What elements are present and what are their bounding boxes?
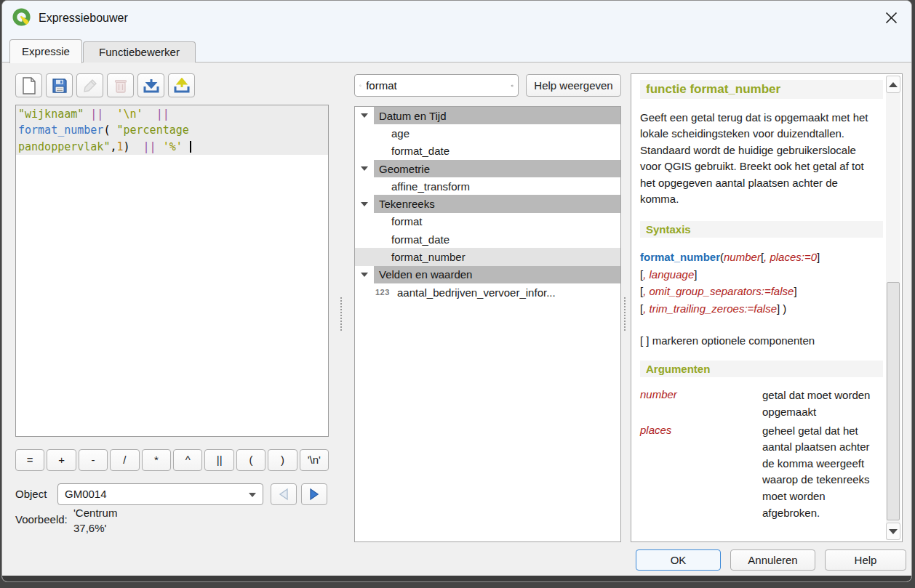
export-expressions-button[interactable] [168,73,195,97]
next-feature-button[interactable] [301,483,327,505]
object-combobox[interactable]: GM0014 [57,483,263,505]
triangle-up-icon [889,82,898,87]
syntax-line: [, language] [640,266,883,283]
help-content: functie format_number Geeft een getal te… [631,74,884,541]
syntax-token-plain: ] [694,268,697,281]
tab-bar: Expressie Functiebewerker [2,35,911,63]
syntax-block: format_number(number[, places:=0][, lang… [640,249,883,317]
delete-expression-button [107,73,134,97]
help-title: functie format_number [640,80,883,99]
function-item-row[interactable]: age [355,124,620,142]
code-token-plain: ) [124,140,143,153]
syntax-token-fn: format_number [640,251,720,263]
code-line: format_number( "percentage [18,122,328,138]
show-help-button[interactable]: Help weergeven [526,74,621,97]
field-item-row[interactable]: 123aantal_bedrijven_vervoer_infor... [355,283,620,301]
syntax-token-param: , omit_group_separators:=false [643,285,794,297]
preview-label: Voorbeeld: [15,513,68,525]
code-line: "wijknaam" || '\n' || [18,106,328,122]
function-item-label: format_date [355,145,449,157]
code-token-plain [143,108,156,121]
import-icon [143,78,160,94]
scrollbar-thumb[interactable] [887,282,900,520]
clear-icon[interactable] [511,80,514,92]
annuleren-button[interactable]: Annuleren [730,549,815,571]
function-item-row[interactable]: format [355,213,620,230]
function-group-row[interactable]: Tekenreeks [355,195,620,212]
function-group-row[interactable]: Velden en waarden [355,266,620,283]
code-line: pandoppervlak",1) || '%' [18,139,328,155]
function-item-label: age [355,127,409,140]
function-group-row[interactable]: Geometrie [355,160,620,177]
import-expressions-button[interactable] [137,73,164,97]
text-cursor [190,141,191,153]
dialog-body: "wijknaam" || '\n' ||format_number( "per… [2,63,911,581]
collapse-arrow-icon[interactable] [355,113,374,118]
function-item-row[interactable]: format_date [355,142,620,160]
new-expression-button[interactable] [15,73,42,97]
scroll-up-button[interactable] [886,76,900,93]
triangle-down-icon [361,273,368,277]
syntax-token-param: , language [643,268,694,281]
function-item-row[interactable]: affine_transform [355,177,620,195]
expression-builder-dialog: Expressiebouwer Expressie Functiebewerke… [1,0,912,582]
syntax-line: format_number(number[, places:=0] [640,249,883,266]
syntax-token-plain: ] [817,251,820,263]
function-group-row[interactable]: Datum en Tijd [355,107,620,124]
triangle-down-icon [889,529,898,534]
syntax-token-plain: ] ) [777,302,786,315]
code-token-func: format_number [18,124,103,137]
operator-button[interactable]: ) [268,449,297,471]
expression-editor[interactable]: "wijknaam" || '\n' ||format_number( "per… [15,105,329,437]
tab-functiebewerker[interactable]: Functiebewerker [83,41,196,63]
operator-button[interactable]: '\n' [300,449,329,471]
search-input[interactable] [366,79,511,92]
syntax-token-plain: ] [794,285,796,297]
help-scrollbar[interactable] [886,76,900,540]
syntax-line: [, trim_trailing_zeroes:=false] ) [640,300,883,318]
triangle-down-icon [361,166,368,171]
operator-button[interactable]: = [15,449,44,471]
operator-button[interactable]: - [79,449,108,471]
code-token-plain [84,108,90,121]
splitter-handle-right[interactable] [624,297,626,331]
close-button[interactable] [879,7,903,28]
argument-name: number [640,387,762,420]
previous-feature-button[interactable] [271,483,297,505]
syntax-token-param: number [724,251,761,263]
operator-button[interactable]: || [204,449,233,471]
operator-button[interactable]: / [110,449,139,471]
syntax-line: [, omit_group_separators:=false] [640,283,883,300]
ok-button[interactable]: OK [636,549,721,571]
integer-field-icon: 123 [375,288,390,297]
arguments-heading: Argumenten [640,361,883,377]
scroll-down-button[interactable] [886,523,900,540]
dialog-footer: OKAnnulerenHelp [636,549,906,571]
help-button[interactable]: Help [825,549,906,571]
collapse-arrow-icon[interactable] [355,166,374,171]
function-item-row[interactable]: format_date [355,230,620,248]
syntax-token-param: , trim_trailing_zeroes:=false [643,302,777,315]
search-icon [359,80,361,92]
triangle-down-icon [361,202,368,206]
function-search-box[interactable] [354,74,519,97]
operator-button[interactable]: * [142,449,171,471]
save-expression-button[interactable] [46,73,73,97]
group-label: Tekenreeks [374,195,620,212]
function-item-row[interactable]: format_number [355,248,620,265]
operator-button[interactable]: ( [236,449,265,471]
collapse-arrow-icon[interactable] [355,273,374,277]
argument-name: places [640,423,762,522]
tab-expressie[interactable]: Expressie [9,39,82,63]
window-title: Expressiebouwer [39,1,128,35]
close-icon [885,12,898,24]
edit-expression-button [76,73,103,97]
operator-button[interactable]: + [47,449,76,471]
collapse-arrow-icon[interactable] [355,202,374,206]
function-item-label: format_date [355,233,449,246]
group-label: Datum en Tijd [374,107,620,124]
pencil-icon [82,78,98,94]
splitter-handle-left[interactable] [340,297,342,331]
function-help-panel: functie format_number Geeft een getal te… [631,73,903,542]
operator-button[interactable]: ^ [173,449,202,471]
